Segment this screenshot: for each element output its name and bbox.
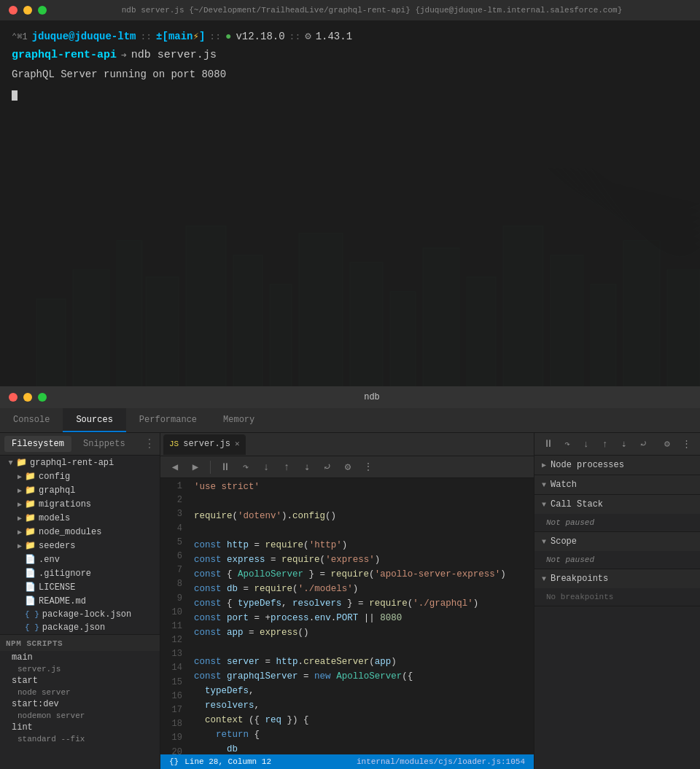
terminal-gear: ⚙ [305, 29, 311, 44]
rp-step-btn[interactable]: ⇣ [616, 436, 632, 452]
code-line-7: const { ApolloServer } = require('apollo… [194, 567, 528, 582]
rp-section-call-stack: ▼ Call Stack Not paused [534, 495, 700, 532]
npm-script-start[interactable]: start [0, 674, 160, 687]
npm-script-main-server[interactable]: server.js [0, 664, 160, 674]
ndb-minimize-button[interactable] [23, 393, 32, 402]
minimize-button[interactable] [23, 6, 32, 15]
tree-item-package-json[interactable]: ▶ { } package.json [0, 621, 160, 634]
editor-tab-close[interactable]: ✕ [235, 439, 240, 448]
code-content[interactable]: 'use strict' require('dotenv').config() … [188, 478, 534, 754]
tree-item-seeders[interactable]: ▶ 📁 seeders [0, 539, 160, 553]
npm-script-lint[interactable]: lint [0, 721, 160, 734]
rp-pause-btn[interactable]: ⏸ [540, 436, 556, 452]
tree-item-package-lock[interactable]: ▶ { } package-lock.json [0, 608, 160, 621]
tree-item-config[interactable]: ▶ 📁 config [0, 469, 160, 483]
svg-rect-1 [73, 270, 109, 386]
code-line-18: return { [194, 727, 528, 742]
folder-icon-migrations: 📁 [25, 499, 36, 510]
terminal-output: GraphQL Server running on port 8080 [12, 67, 688, 82]
toolbar-pause-btn[interactable]: ⏸ [217, 458, 234, 476]
tab-sources[interactable]: Sources [63, 408, 125, 432]
toolbar-step-into-btn[interactable]: ↓ [257, 458, 275, 476]
npm-script-start-dev-sub[interactable]: nodemon server [0, 711, 160, 721]
sidebar-tab-snippets[interactable]: Snippets [76, 436, 133, 452]
folder-icon-models: 📁 [25, 512, 36, 523]
svg-rect-6 [270, 284, 292, 386]
tree-item-models[interactable]: ▶ 📁 models [0, 511, 160, 525]
sidebar-more-button[interactable]: ⋮ [144, 437, 155, 451]
terminal-sep2: :: [209, 30, 221, 44]
tab-memory[interactable]: Memory [210, 408, 268, 432]
ndb-titlebar: ndb [0, 386, 700, 408]
ndb-close-button[interactable] [9, 393, 18, 402]
npm-script-start-sub[interactable]: node server [0, 687, 160, 698]
statusbar-file-ref[interactable]: internal/modules/cjs/loader.js:1054 [277, 757, 525, 766]
rp-breakpoints-header[interactable]: ▼ Breakpoints [534, 569, 700, 588]
toolbar-settings-btn[interactable]: ⚙ [339, 458, 357, 476]
rp-deactivate-btn[interactable]: ⤾ [635, 436, 651, 452]
rp-settings-btn[interactable]: ⚙ [659, 436, 675, 452]
terminal-arrow: ➜ [121, 49, 127, 63]
tree-item-graphql[interactable]: ▶ 📁 graphql [0, 483, 160, 497]
json-icon-package-json: { } [25, 623, 39, 632]
tree-item-env[interactable]: ▶ 📄 .env [0, 553, 160, 566]
toolbar-step-out-btn[interactable]: ↑ [278, 458, 295, 476]
statusbar-icon: {} [169, 757, 179, 766]
rp-call-stack-header[interactable]: ▼ Call Stack [534, 495, 700, 514]
close-button[interactable] [9, 6, 18, 15]
rp-watch-header[interactable]: ▼ Watch [534, 475, 700, 494]
svg-rect-0 [36, 299, 66, 386]
terminal-cursor [12, 90, 18, 101]
tree-label-migrations: migrations [39, 499, 91, 510]
toolbar-more-btn[interactable]: ⋮ [359, 458, 377, 476]
tree-item-gitignore[interactable]: ▶ 📄 .gitignore [0, 566, 160, 580]
rp-more-btn[interactable]: ⋮ [678, 436, 694, 452]
tree-item-readme[interactable]: ▶ 📄 README.md [0, 594, 160, 608]
ndb-maximize-button[interactable] [38, 393, 47, 402]
rp-step-into-btn[interactable]: ↓ [578, 436, 594, 452]
npm-script-main[interactable]: main [0, 651, 160, 664]
tree-item-root[interactable]: ▶ 📁 graphql-rent-api [0, 456, 160, 469]
tab-console[interactable]: Console [0, 408, 63, 432]
editor-tab-server-js[interactable]: JS server.js ✕ [163, 434, 246, 455]
toolbar-forward-btn[interactable]: ▶ [187, 458, 204, 476]
tab-performance[interactable]: Performance [126, 408, 210, 432]
rp-scope-header[interactable]: ▼ Scope [534, 532, 700, 551]
tree-label-config: config [39, 472, 70, 482]
npm-script-start-dev[interactable]: start:dev [0, 698, 160, 711]
maximize-button[interactable] [38, 6, 47, 15]
code-line-5: const http = require('http') [194, 538, 528, 553]
code-line-12 [194, 640, 528, 655]
rp-node-processes-header[interactable]: ▶ Node processes [534, 456, 700, 475]
terminal-user: jduque@jduque-ltm [32, 29, 136, 44]
tree-label-root: graphql-rent-api [30, 458, 114, 468]
toolbar-step-over-btn[interactable]: ↷ [237, 458, 254, 476]
terminal-command: ndb server.js [131, 47, 217, 64]
sidebar-header: Filesystem Snippets ⋮ [0, 433, 160, 456]
code-line-2 [194, 494, 528, 509]
tree-item-migrations[interactable]: ▶ 📁 migrations [0, 497, 160, 511]
file-icon-readme: 📄 [25, 596, 36, 606]
terminal-shortcut: ⌃⌘1 [12, 31, 28, 44]
toolbar-back-btn[interactable]: ◀ [166, 458, 184, 476]
tree-item-node-modules[interactable]: ▶ 📁 node_modules [0, 525, 160, 539]
rp-step-over-btn[interactable]: ↷ [559, 436, 575, 452]
rp-section-node-processes: ▶ Node processes [534, 456, 700, 475]
svg-rect-4 [186, 226, 226, 386]
tree-item-license[interactable]: ▶ 📄 LICENSE [0, 580, 160, 594]
toolbar-deactivate-btn[interactable]: ⤾ [319, 458, 336, 476]
code-editor-body[interactable]: 12345 678910 1112131415 1617181920 21222… [160, 478, 534, 754]
rp-scope-label: Scope [551, 536, 577, 547]
rp-step-out-btn[interactable]: ↑ [597, 436, 613, 452]
npm-script-lint-sub[interactable]: standard --fix [0, 734, 160, 744]
tree-arrow-seeders: ▶ [18, 542, 22, 550]
svg-rect-12 [503, 226, 543, 386]
tree-arrow-config: ▶ [18, 472, 22, 481]
rp-arrow-scope: ▼ [542, 538, 546, 546]
sidebar-tab-filesystem[interactable]: Filesystem [4, 436, 71, 452]
json-icon-package-lock: { } [25, 610, 39, 619]
toolbar-step-btn[interactable]: ⇣ [298, 458, 316, 476]
svg-rect-16 [667, 270, 700, 386]
folder-icon: 📁 [16, 457, 27, 468]
rp-node-processes-label: Node processes [551, 460, 624, 470]
